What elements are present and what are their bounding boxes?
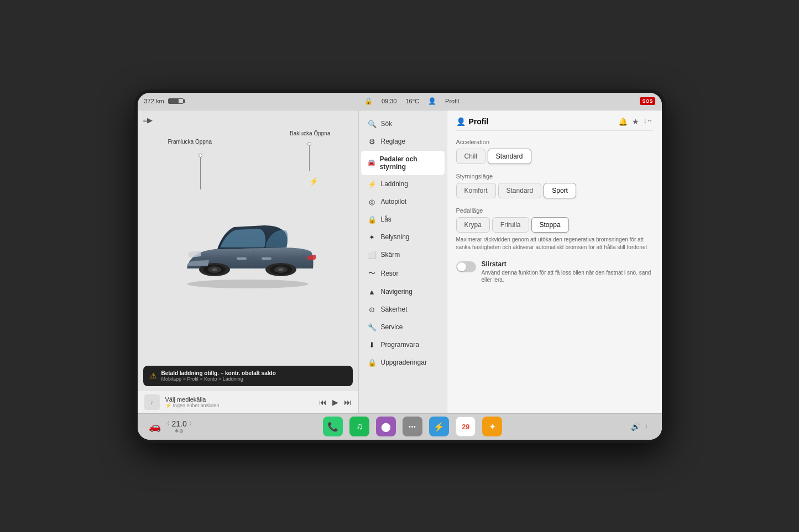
media-controls: ⏮ ▶ ⏭ [319,398,352,407]
resor-icon: 〜 [368,268,377,278]
phone-app[interactable]: 📞 [323,417,343,436]
search-item[interactable]: 🔍 Sök [361,115,445,133]
left-panel: ≡▶ Framlucka Öppna Baklucka Öppna [138,110,359,413]
status-bar: 372 km 🔒 09:30 16°C 👤 Profil SOS [138,93,662,110]
main-area: ≡▶ Framlucka Öppna Baklucka Öppna [138,110,662,413]
temp-right-arrow[interactable]: 〉 [189,420,195,428]
nav-item-pedaler[interactable]: 🚘 Pedaler och styrning [361,151,445,175]
battery-bar [168,98,184,104]
volume-icon[interactable]: 🔊 [631,422,640,431]
play-button[interactable]: ▶ [332,398,338,407]
styrning-sport[interactable]: Sport [544,183,576,198]
header-icons: 🔔 ★ ↕↔ [618,117,653,126]
pedal-krypa[interactable]: Krypa [456,217,490,233]
svg-rect-10 [237,257,247,260]
media-subtitle: ⚡ Ingen enhet ansluten [165,403,314,408]
notif-title: Betald laddning otillg. – kontr. obetalt… [161,370,346,376]
taskbar-left: 🚗 〈 21.0 〉 ❄⊕ [149,419,195,434]
acceleration-label: Acceleration [456,139,653,145]
media-icon: ♪ [144,394,160,410]
calendar-app[interactable]: 29 [456,417,476,436]
styrning-komfort[interactable]: Komfort [456,183,496,198]
warning-icon: ⚠ [150,371,157,380]
games-app[interactable]: ✦ [482,417,502,436]
expand-icon[interactable]: ↕↔ [644,117,653,126]
acceleration-buttons: Chill Standard [456,149,653,164]
bluetooth-icon: ⚡ [434,422,445,432]
pedaler-label: Pedaler och styrning [380,155,438,171]
nav-item-service[interactable]: 🔧 Service [361,319,445,336]
screen-bezel: 372 km 🔒 09:30 16°C 👤 Profil SOS ≡▶ [134,89,665,443]
laddning-icon: ⚡ [368,180,377,188]
las-label: Lås [381,215,391,223]
notif-subtitle: Mobilapp > Profil > Konto > Laddning [161,376,346,382]
nav-item-autopilot[interactable]: ◎ Autopilot [361,193,445,210]
nav-item-programvara[interactable]: ⬇ Programvara [361,336,445,354]
calendar-icon: 29 [462,423,469,431]
spotify-app[interactable]: ♫ [349,417,369,436]
profile-icon: 👤 [428,97,436,105]
battery-fill [169,99,179,103]
sos-badge[interactable]: SOS [640,97,655,105]
framlucka-label: Framlucka Öppna [168,138,212,146]
acceleration-standard[interactable]: Standard [488,149,531,164]
car-home-button[interactable]: 🚗 [149,420,161,433]
nav-item-las[interactable]: 🔒 Lås [361,211,445,228]
nav-item-uppgraderingar[interactable]: 🔒 Uppgraderingar [361,354,445,371]
pedallage-description: Maximerar räckvidden genom att utöka den… [456,236,653,251]
volume-chevron[interactable]: 〉 [645,423,651,431]
nav-sidebar: 🔍 Sök ⚙ Reglage 🚘 Pedaler och styrning [359,110,447,413]
pedal-frirulla[interactable]: Frirulla [492,217,529,233]
navigering-label: Navigering [381,288,412,296]
temp-left-arrow[interactable]: 〈 [164,420,170,428]
nav-item-reglage[interactable]: ⚙ Reglage [361,133,445,150]
slirstart-info: Slirstart Använd denna funktion för att … [482,260,653,283]
sakerhet-label: Säkerhet [381,305,408,313]
next-button[interactable]: ⏭ [344,398,352,407]
baklucka-line [309,144,310,171]
ac-icons: ❄⊕ [175,428,184,434]
styrningslage-buttons: Komfort Standard Sport [456,183,653,198]
las-icon: 🔒 [368,215,377,224]
games-icon: ✦ [489,422,496,432]
pedallage-section: Pedalläge Krypa Frirulla Stoppa Maximera… [456,207,653,251]
star-icon[interactable]: ★ [632,117,639,126]
profile-label: Profil [445,98,459,104]
baklucka-dot [307,142,311,146]
belysning-label: Belysning [381,233,410,241]
laddning-label: Laddning [381,180,408,188]
uppgraderingar-icon: 🔒 [368,359,377,367]
settings-title-text: Profil [469,117,489,126]
notification-bar[interactable]: ⚠ Betald laddning otillg. – kontr. obeta… [143,366,353,386]
nav-item-sakerhet[interactable]: ⊙ Säkerhet [361,301,445,318]
camera-app[interactable]: ⬤ [376,417,396,436]
nav-item-laddning[interactable]: ⚡ Laddning [361,176,445,193]
right-panel: 🔍 Sök ⚙ Reglage 🚘 Pedaler och styrning [359,110,662,413]
autopilot-icon: ◎ [368,198,377,206]
skarm-label: Skärm [381,251,400,259]
nav-item-belysning[interactable]: ✦ Belysning [361,229,445,246]
resor-label: Resor [381,270,399,277]
autopilot-label: Autopilot [381,198,407,206]
phone-icon: 📞 [327,422,338,432]
acceleration-section: Acceleration Chill Standard [456,139,653,164]
nav-item-resor[interactable]: 〜 Resor [361,264,445,283]
nav-item-skarm[interactable]: ⬜ Skärm [361,246,445,264]
bluetooth-app[interactable]: ⚡ [429,417,449,436]
prev-button[interactable]: ⏮ [319,398,327,407]
styrning-standard[interactable]: Standard [498,183,542,198]
search-label: Sök [381,120,393,128]
pedal-stoppa[interactable]: Stoppa [531,217,569,233]
media-info: Välj mediekälla ⚡ Ingen enhet ansluten [165,396,314,408]
more-app[interactable]: ••• [403,417,422,436]
settings-content: 👤 Profil 🔔 ★ ↕↔ Acceleration C [447,110,662,413]
nav-item-navigering[interactable]: ▲ Navigering [361,283,445,301]
taskbar-right: 🔊 〉 [631,422,651,431]
slirstart-toggle[interactable] [456,261,476,272]
search-icon: 🔍 [368,120,377,128]
acceleration-chill[interactable]: Chill [456,149,485,164]
charging-icon: ⚡ [309,177,318,186]
taskbar-apps: 📞 ♫ ⬤ ••• ⚡ 29 [199,417,626,436]
bell-icon[interactable]: 🔔 [618,117,628,126]
reglage-icon: ⚙ [368,138,377,146]
